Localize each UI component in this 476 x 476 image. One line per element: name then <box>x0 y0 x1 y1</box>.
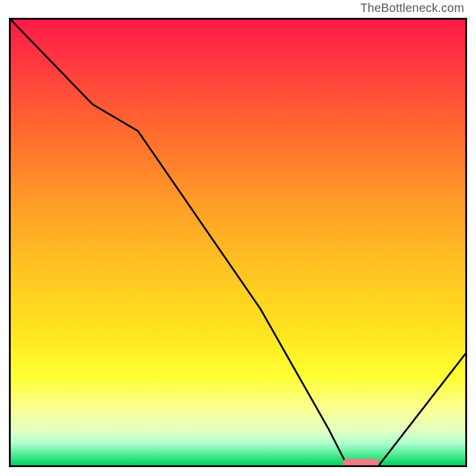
watermark-text: TheBottleneck.com <box>360 1 464 15</box>
optimal-range-marker <box>343 459 379 467</box>
chart-container: TheBottleneck.com <box>0 0 476 476</box>
curve-svg <box>11 20 465 465</box>
bottleneck-curve <box>11 20 465 465</box>
plot-frame <box>9 18 467 467</box>
